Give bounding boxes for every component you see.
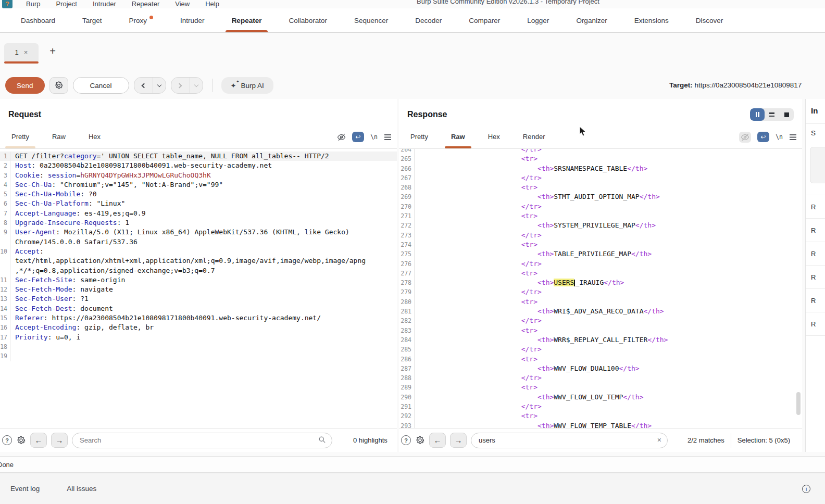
code-line[interactable]: 265 <tr> [399, 154, 802, 163]
code-line[interactable]: 1GET /filter?category=' UNION SELECT tab… [0, 152, 397, 161]
tab-target[interactable]: Target [69, 8, 116, 32]
clear-search-icon[interactable]: × [657, 436, 661, 444]
code-line[interactable]: 280 <tr> [399, 297, 802, 307]
request-tab-pretty[interactable]: Pretty [8, 125, 32, 148]
inspector-row[interactable]: R [806, 242, 825, 266]
code-line[interactable]: 266 <th>SRSNAMESPACE_TABLE</th> [399, 164, 802, 173]
cancel-button[interactable]: Cancel [73, 77, 129, 94]
code-line[interactable]: 287 <th>WWV_FLOW_DUAL100</th> [399, 364, 802, 373]
code-line[interactable]: 291 </tr> [399, 402, 802, 411]
code-line[interactable]: 9User-Agent: Mozilla/5.0 (X11; Linux x86… [0, 228, 397, 237]
code-line[interactable]: 267 </tr> [399, 173, 802, 183]
code-line[interactable]: text/html,application/xhtml+xml,applicat… [0, 256, 397, 266]
code-line[interactable]: 288 </tr> [399, 373, 802, 383]
code-line[interactable]: 5Sec-Ch-Ua-Mobile: ?0 [0, 190, 397, 199]
single-view-button[interactable] [779, 108, 794, 121]
menu-item-intruder[interactable]: Intruder [93, 0, 116, 8]
send-settings-button[interactable] [49, 77, 68, 94]
inspector-row[interactable]: R [806, 312, 825, 336]
burp-ai-button[interactable]: ✦ Burp AI [221, 77, 273, 94]
inspector-row[interactable]: R [806, 266, 825, 289]
event-log-button[interactable]: Event log [10, 485, 40, 493]
inspector-row[interactable]: R [806, 195, 825, 219]
word-wrap-icon[interactable]: ↩ [352, 132, 364, 142]
code-line[interactable]: Chrome/145.0.0.0 Safari/537.36 [0, 237, 397, 247]
code-line[interactable]: 276 </tr> [399, 259, 802, 269]
code-line[interactable]: 278 <th>USERS_IRAUIG</th> [399, 278, 802, 287]
menu-item-help[interactable]: Help [205, 0, 219, 8]
response-tab-raw[interactable]: Raw [448, 125, 468, 148]
tab-organizer[interactable]: Organizer [562, 8, 620, 32]
response-tab-pretty[interactable]: Pretty [407, 125, 431, 148]
history-forward-button[interactable] [171, 77, 203, 94]
code-line[interactable]: 281 <th>WRI$_ADV_ASA_RECO_DATA</th> [399, 307, 802, 316]
code-line[interactable]: 282 </tr> [399, 316, 802, 325]
tab-logger[interactable]: Logger [514, 8, 562, 32]
help-icon[interactable]: ? [2, 435, 12, 445]
code-line[interactable]: 271 <tr> [399, 211, 802, 221]
code-line[interactable]: 285 </tr> [399, 345, 802, 354]
code-line[interactable]: 18 [0, 342, 397, 351]
tab-proxy[interactable]: Proxy [116, 8, 167, 32]
next-match-button[interactable]: → [51, 433, 68, 448]
code-line[interactable]: 2Host: 0a23008504b21e108098171800b40091.… [0, 161, 397, 170]
menu-item-repeater[interactable]: Repeater [132, 0, 159, 8]
prev-match-button[interactable]: ← [429, 433, 446, 448]
code-line[interactable]: 268 <tr> [399, 183, 802, 192]
tab-extensions[interactable]: Extensions [621, 8, 682, 32]
code-line[interactable]: 279 </tr> [399, 287, 802, 297]
add-tab-button[interactable]: + [46, 45, 59, 57]
code-line[interactable]: 274 <tr> [399, 240, 802, 249]
hide-highlights-icon[interactable] [741, 133, 749, 142]
hide-highlights-icon[interactable] [337, 133, 346, 142]
code-line[interactable]: 6Sec-Ch-Ua-Platform: "Linux" [0, 199, 397, 208]
code-line[interactable]: 272 <th>SYSTEM_PRIVILEGE_MAP</th> [399, 221, 802, 230]
code-line[interactable]: 19 [0, 351, 397, 361]
code-line[interactable]: 8Upgrade-Insecure-Requests: 1 [0, 218, 397, 228]
menu-item-project[interactable]: Project [56, 0, 77, 8]
tab-sequencer[interactable]: Sequencer [341, 8, 402, 32]
history-back-button[interactable] [134, 77, 166, 94]
tab-collaborator[interactable]: Collaborator [275, 8, 341, 32]
code-line[interactable]: 293 <th>WWV_FLOW_TEMP_TABLE</th> [399, 421, 802, 428]
request-search-input[interactable] [72, 433, 332, 448]
code-line[interactable]: 284 <th>WRR$_REPLAY_CALL_FILTER</th> [399, 335, 802, 345]
code-line[interactable]: 283 <tr> [399, 326, 802, 335]
history-back-dropdown[interactable] [153, 78, 166, 93]
request-tab-hex[interactable]: Hex [85, 125, 104, 148]
code-line[interactable]: 270 </tr> [399, 202, 802, 211]
help-icon[interactable]: ? [401, 435, 411, 445]
show-newlines-icon[interactable]: \n [370, 133, 378, 141]
request-tab-raw[interactable]: Raw [49, 125, 69, 148]
info-icon[interactable]: i [802, 485, 810, 493]
show-newlines-icon[interactable]: \n [776, 133, 783, 141]
close-tab-icon[interactable]: × [24, 48, 28, 56]
send-button[interactable]: Send [5, 77, 45, 94]
search-settings-gear-icon[interactable] [415, 435, 425, 445]
response-tab-hex[interactable]: Hex [485, 125, 503, 148]
tab-discover[interactable]: Discover [682, 8, 737, 32]
inspector-row[interactable]: R [806, 219, 825, 242]
request-editor[interactable]: 1GET /filter?category=' UNION SELECT tab… [0, 149, 397, 428]
tab-dashboard[interactable]: Dashboard [7, 8, 69, 32]
tab-repeater[interactable]: Repeater [218, 8, 276, 32]
inspector-row[interactable]: R [806, 289, 825, 312]
code-line[interactable]: 264 </tr> [399, 149, 802, 154]
prev-match-button[interactable]: ← [30, 433, 47, 448]
tab-decoder[interactable]: Decoder [402, 8, 455, 32]
pause-updates-button[interactable] [750, 108, 765, 121]
code-line[interactable]: 292 <tr> [399, 411, 802, 421]
next-match-button[interactable]: → [450, 433, 467, 448]
all-issues-button[interactable]: All issues [67, 485, 96, 493]
tab-intruder[interactable]: Intruder [167, 8, 218, 32]
inspector-panel[interactable]: In S RRRRRR [805, 99, 825, 452]
search-settings-gear-icon[interactable] [16, 435, 26, 445]
menu-item-view[interactable]: View [175, 0, 190, 8]
code-line[interactable]: 15Referer: https://0a23008504b21e1080981… [0, 313, 397, 323]
editor-menu-icon[interactable] [384, 134, 392, 141]
code-line[interactable]: 290 <th>WWV_FLOW_LOV_TEMP</th> [399, 393, 802, 402]
code-line[interactable]: 16Accept-Encoding: gzip, deflate, br [0, 323, 397, 332]
code-line[interactable]: 3Cookie: session=hGRNYQ4DYpGWHx3JPMOwLGR… [0, 171, 397, 180]
repeater-tab-1[interactable]: 1 × [4, 43, 39, 61]
editor-menu-icon[interactable] [789, 134, 797, 141]
